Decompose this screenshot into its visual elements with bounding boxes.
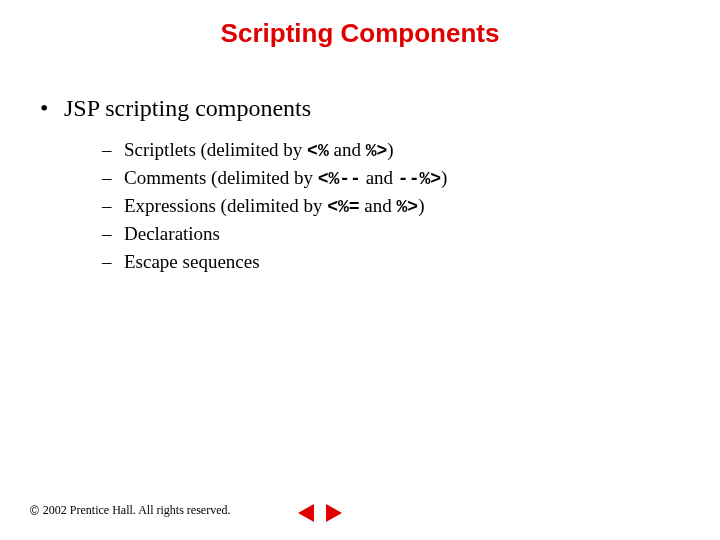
sub-item: –Comments (delimited by <%-- and --%>) [102,164,680,192]
slide: Scripting Components •JSP scripting comp… [0,0,720,540]
sub-list: –Scriptlets (delimited by <% and %>) –Co… [102,136,680,275]
sub-item: –Declarations [102,220,680,248]
code-token: --%> [398,169,441,189]
copyright-icon: © [30,504,39,518]
sub-text: Escape sequences [124,251,260,272]
sub-item: –Scriptlets (delimited by <% and %>) [102,136,680,164]
sub-text: Expressions (delimited by [124,195,327,216]
dash-icon: – [102,164,124,192]
sub-text: Scriptlets (delimited by [124,139,307,160]
bullet-marker: • [40,95,64,122]
sub-text: Declarations [124,223,220,244]
code-token: <%= [327,197,359,217]
footer-text: 2002 Prentice Hall. All rights reserved. [43,503,231,518]
bullet-text: JSP scripting components [64,95,311,121]
sub-text: ) [441,167,447,188]
code-token: <% [307,141,329,161]
prev-button[interactable] [295,504,317,522]
dash-icon: – [102,136,124,164]
code-token: %> [397,197,419,217]
next-button[interactable] [323,504,345,522]
nav-controls [295,504,345,522]
sub-text: and [361,167,398,188]
dash-icon: – [102,220,124,248]
sub-text: ) [387,139,393,160]
sub-item: –Escape sequences [102,248,680,276]
code-token: %> [366,141,388,161]
sub-text: ) [418,195,424,216]
dash-icon: – [102,192,124,220]
bullet-level1: •JSP scripting components [40,95,680,122]
triangle-right-icon [326,504,342,522]
sub-text: Comments (delimited by [124,167,318,188]
sub-text: and [360,195,397,216]
triangle-left-icon [298,504,314,522]
sub-item: –Expressions (delimited by <%= and %>) [102,192,680,220]
footer: © 2002 Prentice Hall. All rights reserve… [30,503,230,518]
code-token: <%-- [318,169,361,189]
dash-icon: – [102,248,124,276]
slide-title: Scripting Components [0,18,720,49]
slide-content: •JSP scripting components –Scriptlets (d… [40,95,680,275]
sub-text: and [329,139,366,160]
